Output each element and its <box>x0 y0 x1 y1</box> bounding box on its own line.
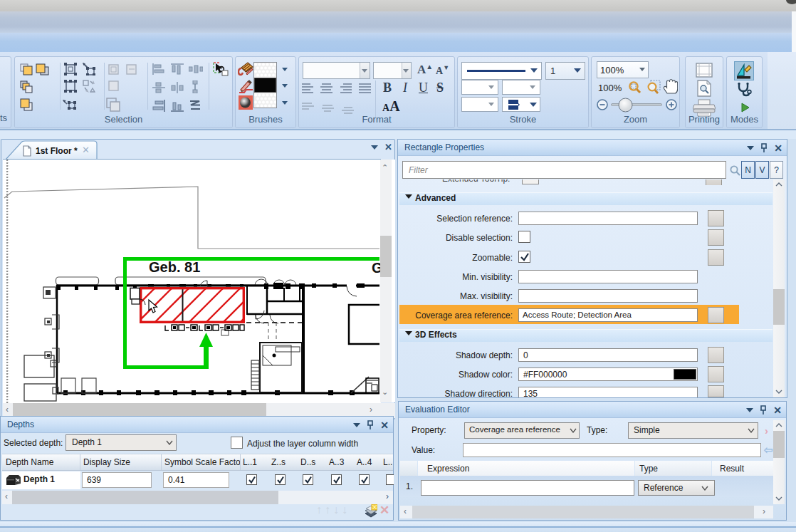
svg-text:Geb. 81: Geb. 81 <box>149 259 200 275</box>
